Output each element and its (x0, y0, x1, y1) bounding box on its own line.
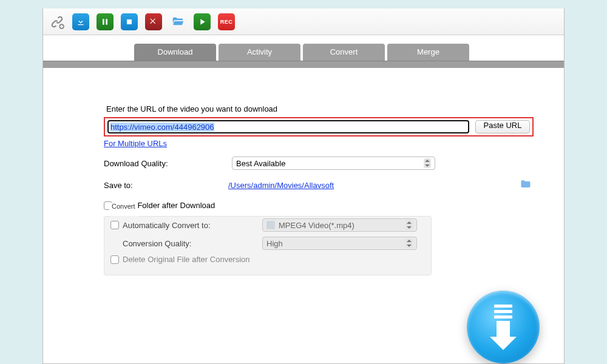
paste-url-button[interactable]: Paste URL (475, 120, 530, 133)
download-arrow-icon (490, 305, 517, 350)
stop-icon[interactable] (121, 13, 138, 30)
tab-strip (43, 61, 564, 68)
tab-convert[interactable]: Convert (303, 44, 385, 61)
auto-convert-checkbox[interactable] (110, 221, 119, 229)
svg-rect-2 (106, 19, 107, 24)
url-row: Paste URL (104, 117, 534, 136)
quality-value: Best Available (236, 159, 285, 168)
tab-row: Download Activity Convert Merge (43, 35, 564, 61)
toolbar: REC (43, 8, 564, 35)
save-to-label: Save to: (104, 181, 228, 190)
delete-original-label: Delete Original File after Conversion (123, 255, 250, 264)
conversion-quality-select[interactable]: High (262, 237, 417, 250)
url-prompt: Enter the URL of the video you want to d… (106, 104, 534, 113)
record-label: REC (220, 19, 233, 25)
quality-label: Download Quality: (104, 159, 228, 168)
app-window: REC Download Activity Convert Merge Ente… (42, 8, 565, 364)
file-video-icon (266, 221, 275, 229)
conversion-quality-value: High (266, 239, 283, 248)
tab-activity[interactable]: Activity (219, 44, 300, 61)
convert-format-value: MPEG4 Video(*.mp4) (279, 221, 354, 230)
chevron-updown-icon (405, 220, 413, 230)
download-panel: Enter the URL of the video you want to d… (43, 68, 564, 363)
conversion-quality-label: Conversion Quality: (123, 239, 191, 248)
download-icon[interactable] (72, 13, 89, 30)
convert-format-select[interactable]: MPEG4 Video(*.mp4) (262, 218, 417, 232)
multiple-urls-link[interactable]: For Multiple URLs (104, 139, 167, 148)
chevron-updown-icon (424, 158, 431, 168)
convert-group: Convert Automatically Convert to: MPEG4 … (104, 212, 432, 275)
start-download-button[interactable] (467, 291, 540, 363)
browse-folder-button[interactable] (518, 178, 534, 192)
delete-original-checkbox[interactable] (110, 255, 119, 264)
svg-rect-1 (103, 19, 104, 24)
folder-open-icon[interactable] (169, 15, 186, 29)
delete-icon[interactable] (145, 13, 162, 30)
save-path-link[interactable]: /Users/admin/Movies/Allavsoft (228, 181, 334, 190)
tab-download[interactable]: Download (134, 44, 216, 61)
url-input[interactable] (107, 120, 469, 133)
quality-select[interactable]: Best Available (232, 157, 435, 170)
pause-icon[interactable] (97, 13, 114, 30)
play-icon[interactable] (194, 13, 211, 30)
convert-legend: Convert (109, 203, 138, 210)
tab-merge[interactable]: Merge (387, 44, 469, 61)
chevron-updown-icon (405, 238, 413, 248)
record-button[interactable]: REC (218, 13, 235, 30)
svg-rect-3 (127, 19, 132, 24)
link-icon[interactable] (49, 14, 65, 30)
auto-convert-label: Automatically Convert to: (123, 221, 211, 230)
